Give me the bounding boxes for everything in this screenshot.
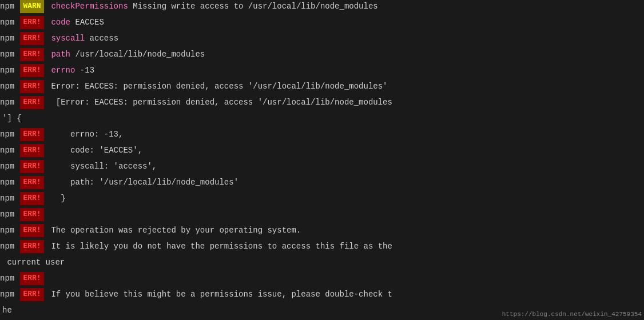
err-badge: ERR! xyxy=(20,208,44,221)
line-19: npm ERR! If you believe this might be a … xyxy=(0,288,644,304)
keyword-syscall: syscall xyxy=(51,34,85,43)
line-content: syscall: 'access', xyxy=(44,160,157,173)
err-badge: ERR! xyxy=(20,144,44,157)
line-17: current user xyxy=(0,256,644,272)
err-badge: ERR! xyxy=(20,224,44,237)
line-content: The operation was rejected by your opera… xyxy=(44,224,301,237)
line-content: syscall access xyxy=(44,32,118,45)
line-content: current user xyxy=(0,256,65,269)
line-content: Error: EACCES: permission denied, access… xyxy=(44,80,388,93)
keyword-checkpermissions: checkPermissions xyxy=(51,2,128,11)
npm-prefix: npm xyxy=(0,208,20,221)
watermark-url: https://blog.csdn.net/weixin_42759354 xyxy=(502,311,642,318)
npm-prefix: npm xyxy=(0,176,20,189)
line-content: code: 'EACCES', xyxy=(44,144,142,157)
err-badge: ERR! xyxy=(20,64,44,77)
line-4: npm ERR! path /usr/local/lib/node_module… xyxy=(0,48,644,64)
line-8: '] { xyxy=(0,112,644,128)
line-content: It is likely you do not have the permiss… xyxy=(44,240,392,253)
line-9: npm ERR! errno: -13, xyxy=(0,128,644,144)
err-badge: ERR! xyxy=(20,240,44,253)
line-content: If you believe this might be a permissio… xyxy=(44,288,392,301)
err-badge: ERR! xyxy=(20,192,44,205)
npm-prefix: npm xyxy=(0,224,20,237)
npm-prefix: npm xyxy=(0,64,20,77)
npm-prefix: npm xyxy=(0,16,20,29)
err-badge: ERR! xyxy=(20,32,44,45)
npm-prefix: npm xyxy=(0,192,20,205)
line-11: npm ERR! syscall: 'access', xyxy=(0,160,644,176)
line-7: npm ERR! [Error: EACCES: permission deni… xyxy=(0,96,644,112)
line-content: he xyxy=(0,304,12,317)
line-content: path: '/usr/local/lib/node_modules' xyxy=(44,176,238,189)
npm-prefix: npm xyxy=(0,80,20,93)
npm-prefix: npm xyxy=(0,160,20,173)
line-18: npm ERR! xyxy=(0,272,644,288)
npm-prefix: npm xyxy=(0,240,20,253)
npm-prefix: npm xyxy=(0,272,20,285)
npm-prefix: npm xyxy=(0,32,20,45)
err-badge: ERR! xyxy=(20,128,44,141)
npm-prefix: npm xyxy=(0,0,20,13)
line-content: } xyxy=(44,192,66,205)
line-13: npm ERR! } xyxy=(0,192,644,208)
npm-prefix: npm xyxy=(0,144,20,157)
line-12: npm ERR! path: '/usr/local/lib/node_modu… xyxy=(0,176,644,192)
line-content: [Error: EACCES: permission denied, acces… xyxy=(44,96,392,109)
keyword-code: code xyxy=(51,18,70,27)
err-badge: ERR! xyxy=(20,288,44,301)
keyword-errno: errno xyxy=(51,66,75,75)
keyword-path: path xyxy=(51,50,70,59)
err-badge: ERR! xyxy=(20,176,44,189)
line-2: npm ERR! code EACCES xyxy=(0,16,644,32)
err-badge: ERR! xyxy=(20,16,44,29)
npm-prefix: npm xyxy=(0,288,20,301)
line-content: path /usr/local/lib/node_modules xyxy=(44,48,205,61)
terminal: npm WARN checkPermissions Missing write … xyxy=(0,0,644,320)
line-content: checkPermissions Missing write access to… xyxy=(44,0,378,13)
line-14: npm ERR! xyxy=(0,208,644,224)
err-badge: ERR! xyxy=(20,160,44,173)
line-10: npm ERR! code: 'EACCES', xyxy=(0,144,644,160)
line-5: npm ERR! errno -13 xyxy=(0,64,644,80)
line-16: npm ERR! It is likely you do not have th… xyxy=(0,240,644,256)
line-content: code EACCES xyxy=(44,16,104,29)
err-badge: ERR! xyxy=(20,272,44,285)
npm-prefix: npm xyxy=(0,48,20,61)
err-badge: ERR! xyxy=(20,48,44,61)
npm-prefix: npm xyxy=(0,96,20,109)
line-content: errno -13 xyxy=(44,64,94,77)
line-content: '] { xyxy=(0,112,22,125)
line-3: npm ERR! syscall access xyxy=(0,32,644,48)
line-content: errno: -13, xyxy=(44,128,123,141)
line-15: npm ERR! The operation was rejected by y… xyxy=(0,224,644,240)
err-badge: ERR! xyxy=(20,96,44,109)
npm-prefix: npm xyxy=(0,128,20,141)
line-1: npm WARN checkPermissions Missing write … xyxy=(0,0,644,16)
line-6: npm ERR! Error: EACCES: permission denie… xyxy=(0,80,644,96)
warn-badge: WARN xyxy=(20,0,44,13)
err-badge: ERR! xyxy=(20,80,44,93)
